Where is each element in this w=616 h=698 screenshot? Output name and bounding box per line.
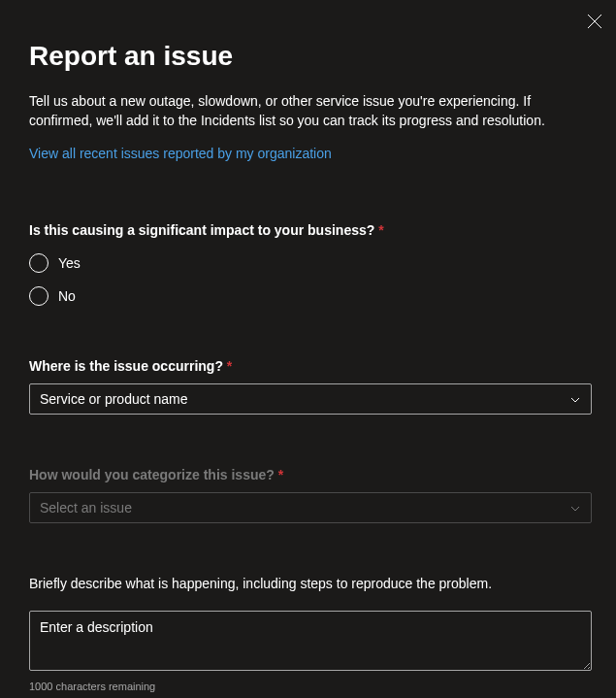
impact-radio-no[interactable]: No <box>29 286 587 306</box>
char-count-text: 1000 characters remaining <box>29 681 587 692</box>
description-question-group: Briefly describe what is happening, incl… <box>29 576 587 692</box>
impact-label: Is this causing a significant impact to … <box>29 222 587 238</box>
radio-label-no: No <box>58 288 76 304</box>
description-label: Briefly describe what is happening, incl… <box>29 576 587 591</box>
category-label: How would you categorize this issue? * <box>29 467 587 482</box>
impact-question-group: Is this causing a significant impact to … <box>29 222 587 306</box>
chevron-down-icon <box>569 393 581 405</box>
radio-icon <box>29 286 49 306</box>
dropdown-placeholder: Service or product name <box>40 391 560 407</box>
required-indicator: * <box>378 222 383 238</box>
report-issue-panel: Report an issue Tell us about a new outa… <box>0 0 616 698</box>
category-dropdown: Select an issue <box>29 492 592 523</box>
impact-radio-group: Yes No <box>29 253 587 306</box>
impact-radio-yes[interactable]: Yes <box>29 253 587 273</box>
location-dropdown[interactable]: Service or product name <box>29 383 592 415</box>
close-icon <box>587 16 602 32</box>
dropdown-placeholder: Select an issue <box>40 500 560 515</box>
radio-icon <box>29 253 49 273</box>
panel-title: Report an issue <box>29 41 587 72</box>
panel-description: Tell us about a new outage, slowdown, or… <box>29 91 572 131</box>
chevron-down-icon <box>569 502 581 514</box>
category-question-group: How would you categorize this issue? * S… <box>29 467 587 523</box>
radio-label-yes: Yes <box>58 255 81 271</box>
description-textarea[interactable] <box>29 611 592 671</box>
close-button[interactable] <box>587 14 602 29</box>
location-label: Where is the issue occurring? * <box>29 358 587 374</box>
view-recent-issues-link[interactable]: View all recent issues reported by my or… <box>29 146 332 161</box>
required-indicator: * <box>227 358 232 374</box>
required-indicator: * <box>278 467 283 482</box>
location-question-group: Where is the issue occurring? * Service … <box>29 358 587 415</box>
